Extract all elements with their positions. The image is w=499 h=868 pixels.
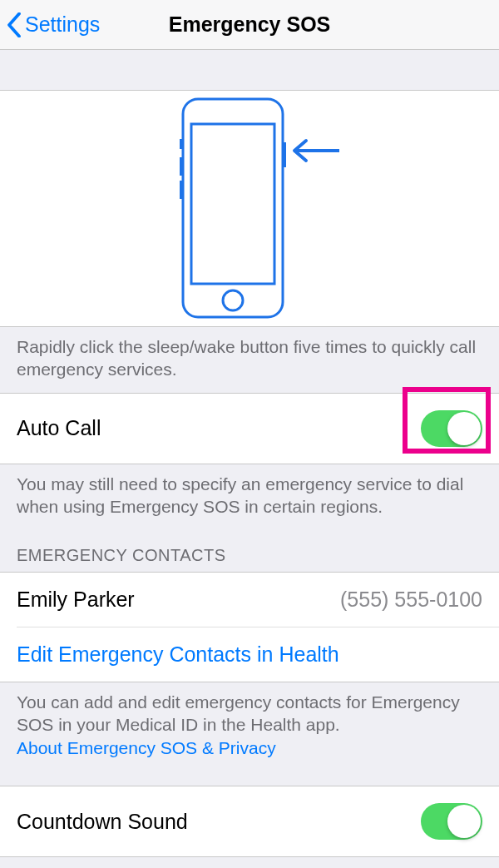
contact-row[interactable]: Emily Parker (555) 555-0100 — [0, 573, 499, 627]
svg-point-2 — [223, 290, 243, 310]
back-button[interactable]: Settings — [7, 0, 100, 49]
contacts-footer-text: You can add and edit emergency contacts … — [17, 692, 460, 734]
about-sos-privacy-link[interactable]: About Emergency SOS & Privacy — [17, 738, 276, 757]
sos-illustration-panel — [0, 90, 499, 327]
auto-call-label: Auto Call — [17, 416, 101, 440]
svg-rect-3 — [180, 139, 183, 149]
svg-rect-4 — [180, 157, 183, 176]
phone-power-icon — [141, 92, 358, 325]
contact-phone: (555) 555-0100 — [340, 588, 482, 612]
edit-contacts-link[interactable]: Edit Emergency Contacts in Health — [0, 627, 499, 682]
contacts-group: Emily Parker (555) 555-0100 Edit Emergen… — [0, 572, 499, 682]
countdown-sound-row: Countdown Sound — [0, 786, 499, 857]
contacts-header: EMERGENCY CONTACTS — [0, 529, 499, 572]
countdown-sound-footer: Play a warning sound while Emergency SOS… — [0, 857, 499, 868]
contact-name: Emily Parker — [17, 588, 135, 612]
auto-call-footer: You may still need to specify an emergen… — [0, 464, 499, 530]
contacts-footer: You can add and edit emergency contacts … — [0, 682, 499, 771]
auto-call-row: Auto Call — [0, 393, 499, 464]
svg-rect-1 — [191, 124, 274, 284]
svg-rect-6 — [283, 142, 286, 167]
countdown-sound-label: Countdown Sound — [17, 810, 188, 834]
navigation-bar: Settings Emergency SOS — [0, 0, 499, 50]
countdown-sound-toggle[interactable] — [421, 803, 482, 840]
chevron-left-icon — [7, 12, 22, 37]
auto-call-toggle[interactable] — [421, 410, 482, 447]
illustration-footer: Rapidly click the sleep/wake button five… — [0, 327, 499, 393]
back-label: Settings — [25, 12, 100, 37]
svg-rect-5 — [180, 181, 183, 199]
page-title: Emergency SOS — [169, 12, 331, 37]
